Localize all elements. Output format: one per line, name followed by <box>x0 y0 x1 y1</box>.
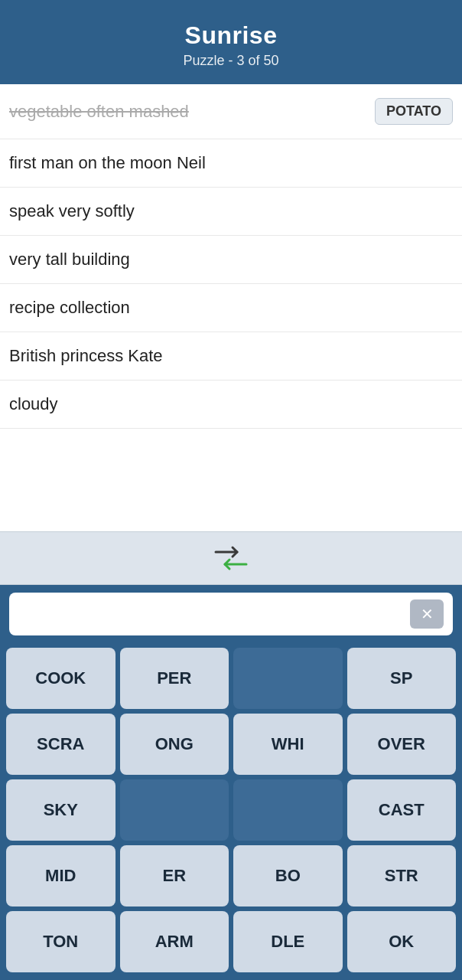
keyboard-grid: COOKPERSPSCRAONGWHIOVERSKYCASTMIDERBOSTR… <box>0 643 462 980</box>
key-scra[interactable]: SCRA <box>6 714 116 775</box>
clues-area: vegetable often mashedPOTATOfirst man on… <box>0 84 462 531</box>
key-er[interactable]: ER <box>120 845 229 906</box>
clue-text-4: very tall building <box>9 250 130 270</box>
key-empty-9 <box>120 779 229 841</box>
shuffle-icon[interactable] <box>213 544 249 572</box>
clue-text-1: vegetable often mashed <box>9 102 189 122</box>
clue-text-7: cloudy <box>9 394 58 414</box>
puzzle-subtitle: Puzzle - 3 of 50 <box>12 53 450 69</box>
key-cast[interactable]: CAST <box>347 779 457 841</box>
key-ton[interactable]: TON <box>6 911 116 972</box>
key-per[interactable]: PER <box>120 648 229 709</box>
clue-item-7: cloudy <box>0 381 462 429</box>
backspace-button[interactable]: ✕ <box>410 599 444 629</box>
key-sky[interactable]: SKY <box>6 779 116 841</box>
key-over[interactable]: OVER <box>347 714 457 775</box>
clue-item-5: recipe collection <box>0 284 462 332</box>
app-header: Sunrise Puzzle - 3 of 50 <box>0 0 462 84</box>
key-cook[interactable]: COOK <box>6 648 116 709</box>
backspace-icon: ✕ <box>421 605 434 623</box>
key-empty-2 <box>233 648 343 709</box>
clue-item-6: British princess Kate <box>0 332 462 381</box>
input-area: ✕ <box>0 585 462 643</box>
app-title: Sunrise <box>12 21 450 50</box>
clue-item-3: speak very softly <box>0 188 462 236</box>
clue-item-2: first man on the moon Neil <box>0 139 462 188</box>
clue-text-2: first man on the moon Neil <box>9 153 206 173</box>
clue-item-1: vegetable often mashedPOTATO <box>0 84 462 139</box>
key-mid[interactable]: MID <box>6 845 116 906</box>
key-empty-10 <box>233 779 343 841</box>
key-bo[interactable]: BO <box>233 845 343 906</box>
answer-badge-1: POTATO <box>375 98 453 125</box>
key-str[interactable]: STR <box>347 845 457 906</box>
clue-text-5: recipe collection <box>9 298 130 318</box>
key-whi[interactable]: WHI <box>233 714 343 775</box>
key-ong[interactable]: ONG <box>120 714 229 775</box>
key-sp[interactable]: SP <box>347 648 457 709</box>
input-row: ✕ <box>9 593 453 635</box>
key-ok[interactable]: OK <box>347 911 457 972</box>
clue-text-6: British princess Kate <box>9 346 163 366</box>
key-arm[interactable]: ARM <box>120 911 229 972</box>
shuffle-row[interactable] <box>0 531 462 585</box>
clue-item-4: very tall building <box>0 236 462 284</box>
clue-text-3: speak very softly <box>9 201 135 221</box>
key-dle[interactable]: DLE <box>233 911 343 972</box>
